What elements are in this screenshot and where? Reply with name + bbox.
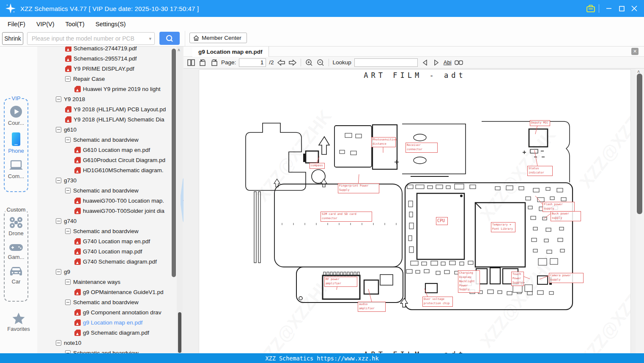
- pdf-toolbar: Page: /2 Lookup: [184, 57, 644, 69]
- sidebar-item-course[interactable]: Cour...: [5, 105, 27, 126]
- rotate-right-icon[interactable]: [210, 58, 218, 67]
- tree-item-label: Schematic and boardview: [73, 137, 139, 143]
- tree-item-label: Huawei Y9 prime 2019 no light: [83, 86, 161, 92]
- collapse-toggle-icon[interactable]: [65, 300, 71, 305]
- tree-scrollbar-thumb[interactable]: [172, 49, 176, 277]
- pdf-content-area[interactable]: ART FILM - adt XZZ@XZZHKXZZ@XZZHKXZZ@XZZ…: [184, 69, 636, 353]
- tree-file[interactable]: g9 Schematic diagram.pdf: [74, 327, 149, 338]
- tree-item-label: Repair Case: [73, 76, 105, 82]
- sidebar-item-label: Car: [12, 278, 21, 285]
- sidebar-item-car[interactable]: Car: [5, 266, 27, 285]
- shrink-button[interactable]: Shrink: [2, 32, 23, 45]
- find-next-icon[interactable]: [432, 58, 441, 67]
- tree-file[interactable]: Huawei Y9 prime 2019 no light: [74, 84, 161, 94]
- pcb-annotation: Temporary + Font Library: [491, 222, 515, 232]
- lookup-input[interactable]: [354, 58, 418, 67]
- menu-item-0[interactable]: File(F): [8, 21, 25, 28]
- find-previous-icon[interactable]: [421, 58, 429, 67]
- close-tab-icon[interactable]: ✕: [631, 48, 639, 55]
- collapse-toggle-icon[interactable]: [56, 269, 61, 275]
- tree-item-label: g9 Schematic diagram.pdf: [83, 330, 149, 336]
- sidebar-item-game[interactable]: Gam...: [5, 242, 27, 260]
- tree-folder[interactable]: Repair Case: [65, 74, 105, 84]
- tree-file[interactable]: HD1G610MSchematic diagram.: [74, 165, 164, 175]
- pdf-scrollbar[interactable]: ˄: [636, 69, 644, 353]
- tree-folder[interactable]: Y9 2018: [56, 94, 85, 104]
- tree-file[interactable]: G740 Location map.pdf: [74, 246, 142, 256]
- tree-folder[interactable]: Maintenance ways: [65, 277, 121, 287]
- tree-file[interactable]: Schematics-2744719.pdf: [65, 47, 137, 53]
- tree-folder[interactable]: Schematic and boardview: [65, 135, 139, 145]
- document-tab[interactable]: g9 Location map en.pdf: [192, 47, 269, 57]
- tree-item-label: Y9 2018: [64, 96, 85, 102]
- tree-file[interactable]: g9 Component annotation drav: [74, 307, 161, 317]
- search-button[interactable]: [159, 32, 180, 45]
- model-search-input[interactable]: [27, 32, 155, 45]
- collapse-toggle-icon[interactable]: [65, 228, 71, 234]
- collapse-toggle-icon[interactable]: [65, 188, 71, 193]
- vip-briefcase-icon[interactable]: [586, 4, 595, 13]
- home-icon: [193, 35, 199, 41]
- tree-file[interactable]: Schematics-2955714.pdf: [65, 53, 137, 63]
- sidebar-item-drone[interactable]: Drone: [5, 216, 27, 236]
- sidebar-item-phone[interactable]: Phone: [5, 132, 27, 154]
- tree-file[interactable]: huaweiG700-T00Solder joint dia: [74, 206, 164, 216]
- two-page-view-icon[interactable]: [187, 58, 195, 67]
- zoom-out-icon[interactable]: [316, 58, 325, 67]
- tree-folder[interactable]: g730: [56, 175, 77, 185]
- tree-item-label: G610Product Circuit Diagram.pd: [83, 157, 165, 163]
- sidebar-item-favorites[interactable]: Favorites: [0, 312, 37, 332]
- tree-file[interactable]: G610 Location map en.pdf: [74, 145, 150, 155]
- rotate-left-icon[interactable]: [198, 58, 207, 67]
- collapse-toggle-icon[interactable]: [56, 218, 61, 224]
- tree-item-label: G610 Location map en.pdf: [83, 147, 150, 153]
- tree-file[interactable]: Y9 2018 (HL1FLAM) PCB Layout.pd: [65, 104, 166, 114]
- collapse-toggle-icon[interactable]: [65, 350, 71, 354]
- tree-folder[interactable]: g610: [56, 124, 77, 135]
- tree-file[interactable]: huaweiG700-T00 Location map.: [74, 195, 164, 206]
- page-number-input[interactable]: [239, 58, 266, 67]
- chevron-down-icon[interactable]: ▾: [149, 36, 151, 41]
- maximize-button[interactable]: [615, 3, 628, 14]
- tree-folder[interactable]: Schematic and boardview: [65, 348, 139, 353]
- tree-folder[interactable]: Schematic and boardview: [65, 185, 139, 195]
- tree-file[interactable]: g9 OPMaintenance GuideV1.pd: [74, 287, 164, 297]
- next-page-icon[interactable]: [288, 58, 297, 67]
- pdf-scrollbar-thumb[interactable]: [637, 74, 642, 214]
- svg-text:XZZ@XZZHK: XZZ@XZZHK: [575, 93, 631, 192]
- collapse-toggle-icon[interactable]: [65, 137, 71, 143]
- tree-folder[interactable]: g740: [56, 216, 77, 226]
- tree-file[interactable]: Y9 2018 (HL1FLAM) Schematic Dia: [65, 114, 164, 124]
- zoom-in-icon[interactable]: [305, 58, 313, 67]
- menu-item-1[interactable]: VIP(V): [36, 21, 55, 28]
- car-icon: [8, 266, 24, 277]
- tree-folder[interactable]: Schematic and boardview: [65, 226, 139, 236]
- tree-folder[interactable]: note10: [56, 338, 81, 348]
- tree-folder[interactable]: Schematic and boardview: [65, 297, 139, 307]
- collapse-toggle-icon[interactable]: [56, 96, 61, 102]
- previous-page-icon[interactable]: [277, 58, 285, 67]
- collapse-toggle-icon[interactable]: [56, 127, 61, 132]
- tree-file[interactable]: G740 Schematic diagram.pdf: [74, 256, 157, 267]
- tree-folder[interactable]: g9: [56, 267, 70, 277]
- pcb-annotation: Deputy MIC: [530, 120, 550, 126]
- tree-file[interactable]: g9 Location map en.pdf: [74, 317, 143, 327]
- tree-outer-scrollbar-thumb[interactable]: [178, 312, 181, 353]
- collapse-toggle-icon[interactable]: [65, 279, 71, 285]
- member-center-button[interactable]: Member Center: [189, 33, 247, 43]
- whole-word-toggle-icon[interactable]: [455, 58, 463, 67]
- tree-item-label: Schematic and boardview: [73, 187, 139, 194]
- tree-file[interactable]: G740 Location map en.pdf: [74, 236, 150, 246]
- tree-file[interactable]: G610Product Circuit Diagram.pd: [74, 155, 165, 165]
- collapse-toggle-icon[interactable]: [56, 178, 61, 183]
- minimize-button[interactable]: [603, 3, 615, 14]
- tree-file[interactable]: Y9 PRIME DISPLAY.pdf: [65, 63, 134, 74]
- collapse-toggle-icon[interactable]: [65, 76, 71, 82]
- collapse-toggle-icon[interactable]: [56, 340, 61, 346]
- close-button[interactable]: [628, 3, 641, 14]
- menu-item-2[interactable]: Tool(T): [66, 21, 85, 28]
- match-case-toggle[interactable]: Abi: [444, 59, 452, 66]
- sidebar-item-computer[interactable]: Com...: [5, 160, 27, 179]
- menu-item-3[interactable]: Settings(S): [96, 21, 126, 28]
- scroll-up-icon[interactable]: ˄: [178, 48, 180, 52]
